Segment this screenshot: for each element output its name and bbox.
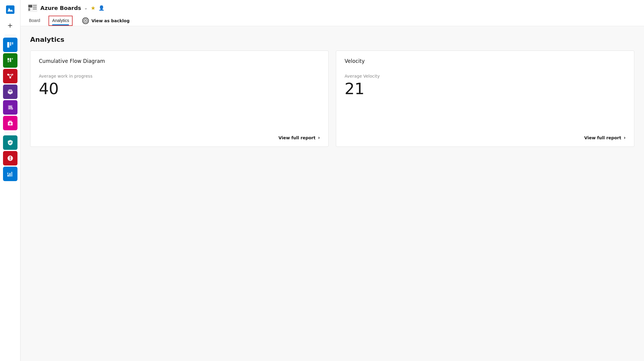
app-icon xyxy=(28,4,37,12)
velocity-footer-label: View full report xyxy=(584,135,621,140)
artifacts-sidebar-icon[interactable] xyxy=(3,116,17,130)
header-star-icon[interactable]: ★ xyxy=(91,5,95,11)
svg-rect-22 xyxy=(10,158,11,160)
velocity-card[interactable]: Velocity Average Velocity 21 View full r… xyxy=(336,51,634,147)
svg-rect-25 xyxy=(11,172,12,177)
page-title: Analytics xyxy=(30,36,634,43)
main-content: Azure Boards ⌄ ★ 👤 Board Analytics View … xyxy=(20,0,644,361)
velocity-metric-value: 21 xyxy=(345,81,626,128)
tabs-bar: Board Analytics View as backlog xyxy=(28,16,637,26)
view-backlog-circle-icon xyxy=(82,17,89,24)
cfd-metric-value: 40 xyxy=(39,81,320,128)
view-as-backlog-button[interactable]: View as backlog xyxy=(82,17,130,24)
analytics-sidebar-icon[interactable] xyxy=(3,167,17,181)
cfd-card[interactable]: Cumulative Flow Diagram Average work in … xyxy=(30,51,329,147)
svg-point-7 xyxy=(8,61,9,62)
velocity-footer-chevron-icon: › xyxy=(624,135,626,140)
svg-rect-4 xyxy=(8,58,9,60)
header-chevron-icon[interactable]: ⌄ xyxy=(84,5,88,10)
velocity-metric-label: Average Velocity xyxy=(345,74,626,79)
cfd-metric-label: Average work in progress xyxy=(39,74,320,79)
svg-rect-23 xyxy=(8,174,9,177)
tab-board[interactable]: Board xyxy=(28,16,41,26)
sidebar-divider-1 xyxy=(5,35,16,35)
cfd-card-title: Cumulative Flow Diagram xyxy=(39,58,320,64)
svg-rect-1 xyxy=(7,42,9,48)
view-as-backlog-label: View as backlog xyxy=(91,18,130,23)
header-person-icon[interactable]: 👤 xyxy=(98,5,105,11)
svg-rect-32 xyxy=(33,8,37,10)
svg-rect-3 xyxy=(12,42,13,45)
velocity-card-title: Velocity xyxy=(345,58,626,64)
svg-rect-2 xyxy=(10,42,11,46)
boards-sidebar-icon[interactable] xyxy=(3,38,17,52)
svg-line-12 xyxy=(9,75,10,77)
security-sidebar-icon[interactable] xyxy=(3,135,17,150)
analytics-content: Analytics Cumulative Flow Diagram Averag… xyxy=(20,26,644,361)
svg-rect-31 xyxy=(33,7,37,8)
velocity-view-full-report[interactable]: View full report › xyxy=(345,135,626,140)
svg-point-26 xyxy=(7,173,8,174)
svg-line-13 xyxy=(11,75,12,77)
svg-rect-29 xyxy=(28,8,30,11)
testplans-sidebar-icon[interactable] xyxy=(3,100,17,115)
analytics-cards: Cumulative Flow Diagram Average work in … xyxy=(30,51,634,147)
app-title: Azure Boards xyxy=(40,5,81,11)
svg-rect-28 xyxy=(28,5,32,8)
tab-analytics[interactable]: Analytics xyxy=(48,16,73,26)
svg-rect-24 xyxy=(9,173,11,177)
add-icon[interactable]: + xyxy=(3,18,17,32)
cfd-footer-chevron-icon: › xyxy=(318,135,320,140)
feedback-sidebar-icon[interactable] xyxy=(3,151,17,165)
header-top: Azure Boards ⌄ ★ 👤 xyxy=(28,4,637,12)
sidebar: + xyxy=(0,0,20,361)
pipelines-sidebar-icon[interactable] xyxy=(3,69,17,83)
azure-devops-icon[interactable] xyxy=(3,2,17,17)
cfd-view-full-report[interactable]: View full report › xyxy=(39,135,320,140)
svg-point-21 xyxy=(10,156,11,158)
svg-point-10 xyxy=(9,77,11,79)
repos-sidebar-icon[interactable] xyxy=(3,85,17,99)
svg-rect-17 xyxy=(9,121,12,122)
kanban-sidebar-icon[interactable] xyxy=(3,53,17,68)
svg-rect-30 xyxy=(33,5,37,6)
cfd-footer-label: View full report xyxy=(279,135,316,140)
header: Azure Boards ⌄ ★ 👤 Board Analytics View … xyxy=(20,0,644,26)
svg-rect-6 xyxy=(12,58,13,60)
sidebar-divider-2 xyxy=(5,133,16,133)
svg-rect-5 xyxy=(10,58,11,62)
